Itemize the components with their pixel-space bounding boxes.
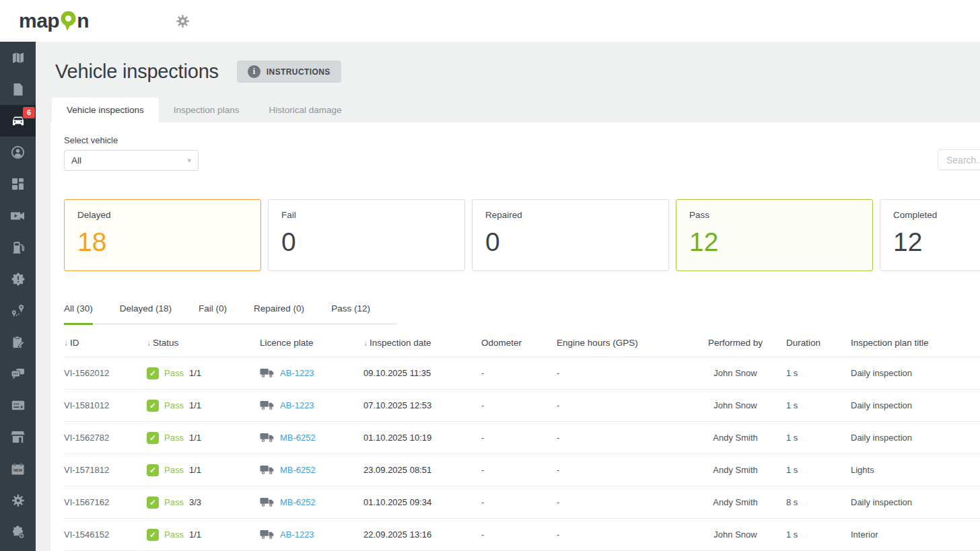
table-row[interactable]: VI-1581012 ✓ Pass 1/1 AB-1223 07.10.2025… bbox=[64, 390, 980, 422]
sidebar-item-addons[interactable] bbox=[0, 516, 36, 548]
card-pass[interactable]: Pass 12 bbox=[676, 199, 873, 271]
sidebar-item-calendar[interactable]: NEW bbox=[0, 453, 36, 484]
sort-icon: ↓ bbox=[363, 338, 368, 348]
card-value: 12 bbox=[689, 229, 860, 255]
cell-id: VI-1562782 bbox=[64, 422, 147, 454]
cell-performed-by: John Snow bbox=[687, 390, 786, 422]
column-header-status[interactable]: ↓Status bbox=[147, 329, 260, 357]
cell-engine-hours: - bbox=[557, 519, 687, 551]
sidebar-item-settings[interactable] bbox=[0, 484, 36, 516]
status-tab-delayed[interactable]: Delayed (18) bbox=[120, 295, 172, 325]
mapon-logo[interactable]: map n bbox=[19, 9, 89, 32]
cell-duration: 1 s bbox=[786, 357, 851, 390]
sort-icon: ↓ bbox=[147, 338, 151, 348]
cell-odometer: - bbox=[481, 390, 557, 422]
vehicle-select-value: All bbox=[71, 155, 81, 166]
card-repaired[interactable]: Repaired 0 bbox=[472, 199, 669, 271]
instructions-button[interactable]: i INSTRUCTIONS bbox=[237, 61, 341, 83]
plate-link[interactable]: MB-6252 bbox=[280, 433, 316, 443]
sidebar-item-fuel[interactable] bbox=[0, 231, 36, 263]
column-header-engine-hours[interactable]: Engine hours (GPS) bbox=[557, 329, 687, 357]
status-count: 3/3 bbox=[189, 497, 201, 507]
column-header-performed-by[interactable]: Performed by bbox=[687, 329, 786, 357]
tab-vehicle-inspections[interactable]: Vehicle inspections bbox=[52, 98, 159, 122]
cell-id: VI-1546152 bbox=[64, 519, 147, 551]
cell-licence-plate: AB-1223 bbox=[260, 519, 363, 551]
user-icon bbox=[11, 145, 25, 159]
table-row[interactable]: VI-1546152 ✓ Pass 1/1 AB-1223 22.09.2025… bbox=[64, 519, 980, 551]
plate-link[interactable]: AB-1223 bbox=[280, 400, 314, 410]
status-tab-fail[interactable]: Fail (0) bbox=[199, 295, 227, 325]
cell-status: ✓ Pass 1/1 bbox=[147, 454, 260, 486]
plate-link[interactable]: AB-1223 bbox=[280, 368, 314, 378]
table-row[interactable]: VI-1562012 ✓ Pass 1/1 AB-1223 09.10.2025… bbox=[64, 357, 980, 390]
vehicle-select[interactable]: All ▾ bbox=[64, 150, 199, 171]
card-fail[interactable]: Fail 0 bbox=[268, 199, 465, 271]
settings-gear-icon[interactable] bbox=[176, 14, 190, 28]
sidebar-item-alerts[interactable] bbox=[0, 263, 36, 295]
truck-icon bbox=[260, 529, 275, 540]
status-tab-repaired[interactable]: Repaired (0) bbox=[254, 295, 304, 325]
cell-duration: 8 s bbox=[786, 486, 851, 519]
column-header-plan-title[interactable]: Inspection plan title bbox=[851, 329, 980, 357]
card-label: Repaired bbox=[485, 210, 656, 220]
cell-plan-title: Daily inspection bbox=[851, 390, 980, 422]
cell-id: VI-1567162 bbox=[64, 486, 147, 519]
plate-link[interactable]: AB-1223 bbox=[280, 529, 314, 540]
card-completed[interactable]: Completed 12 bbox=[880, 199, 980, 271]
inspections-panel: Select vehicle All ▾ Delayed 18 Fail 0 R… bbox=[50, 122, 980, 551]
status-count: 1/1 bbox=[189, 368, 201, 378]
sidebar-item-routes[interactable] bbox=[0, 295, 36, 326]
inspections-table: ↓ID ↓Status Licence plate ↓Inspection da… bbox=[64, 329, 980, 551]
sidebar-item-map[interactable] bbox=[0, 42, 36, 73]
column-header-odometer[interactable]: Odometer bbox=[481, 329, 557, 357]
table-row[interactable]: VI-1571812 ✓ Pass 1/1 MB-6252 23.09.2025… bbox=[64, 454, 980, 486]
pass-check-icon: ✓ bbox=[147, 367, 159, 379]
table-row[interactable]: VI-1567162 ✓ Pass 3/3 MB-6252 01.10.2025… bbox=[64, 486, 980, 519]
card-delayed[interactable]: Delayed 18 bbox=[64, 199, 261, 271]
tab-inspection-plans[interactable]: Inspection plans bbox=[159, 98, 254, 122]
search-input[interactable] bbox=[938, 149, 980, 170]
table-row[interactable]: VI-1562782 ✓ Pass 1/1 MB-6252 01.10.2025… bbox=[64, 422, 980, 454]
sidebar-item-chat[interactable] bbox=[0, 358, 36, 390]
status-tab-pass[interactable]: Pass (12) bbox=[331, 295, 370, 325]
cell-plan-title: Lights bbox=[851, 454, 980, 486]
pass-check-icon: ✓ bbox=[147, 432, 159, 444]
status-tab-all[interactable]: All (30) bbox=[64, 295, 93, 325]
cell-id: VI-1571812 bbox=[64, 454, 147, 486]
sidebar-item-vehicle-inspections[interactable]: 6 bbox=[0, 105, 36, 137]
truck-icon bbox=[260, 433, 275, 443]
status-label: Pass bbox=[164, 465, 184, 475]
pass-check-icon: ✓ bbox=[147, 529, 159, 541]
sidebar-item-drivers[interactable] bbox=[0, 137, 36, 168]
cell-performed-by: Andy Smith bbox=[687, 422, 786, 454]
select-vehicle-label: Select vehicle bbox=[64, 135, 980, 145]
fuel-pump-icon bbox=[12, 241, 24, 254]
tab-historical-damage[interactable]: Historical damage bbox=[254, 98, 356, 122]
sidebar-item-documents[interactable] bbox=[0, 73, 36, 105]
column-header-duration[interactable]: Duration bbox=[786, 329, 851, 357]
cell-odometer: - bbox=[481, 422, 557, 454]
column-header-inspection-date[interactable]: ↓Inspection date bbox=[363, 329, 481, 357]
store-icon bbox=[11, 431, 25, 443]
column-header-id[interactable]: ↓ID bbox=[64, 329, 147, 357]
cell-id: VI-1581012 bbox=[64, 390, 147, 422]
column-header-licence-plate[interactable]: Licence plate bbox=[260, 329, 363, 357]
sidebar-item-tasks[interactable] bbox=[0, 326, 36, 358]
cell-status: ✓ Pass 3/3 bbox=[147, 486, 260, 519]
status-label: Pass bbox=[164, 400, 184, 410]
cell-performed-by: John Snow bbox=[687, 519, 786, 551]
sidebar-item-marketplace[interactable] bbox=[0, 421, 36, 453]
cell-licence-plate: AB-1223 bbox=[260, 390, 363, 422]
inspections-count-badge: 6 bbox=[23, 107, 35, 118]
plate-link[interactable]: MB-6252 bbox=[280, 465, 316, 475]
sidebar-item-video[interactable] bbox=[0, 200, 36, 231]
plate-link[interactable]: MB-6252 bbox=[280, 497, 316, 507]
cell-odometer: - bbox=[481, 454, 557, 486]
card-value: 0 bbox=[281, 229, 452, 255]
sidebar-item-dashboard[interactable] bbox=[0, 168, 36, 200]
cell-performed-by: John Snow bbox=[687, 357, 786, 390]
status-label: Pass bbox=[164, 433, 184, 443]
sidebar-item-terminal[interactable] bbox=[0, 390, 36, 421]
gear-icon bbox=[11, 494, 25, 507]
